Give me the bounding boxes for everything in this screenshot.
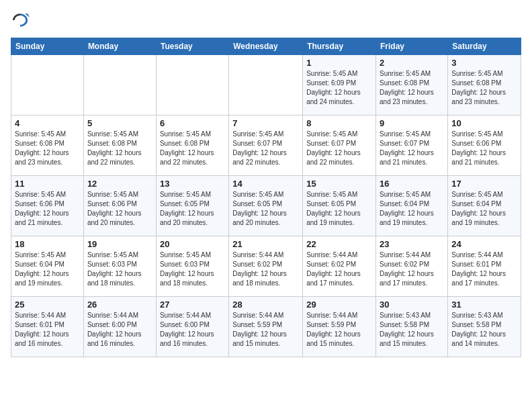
day-number: 11 [15, 179, 80, 189]
day-number: 17 [451, 179, 517, 189]
day-cell: 1Sunrise: 5:45 AM Sunset: 6:09 PM Daylig… [303, 55, 376, 116]
day-info: Sunrise: 5:45 AM Sunset: 6:08 PM Dayligh… [451, 69, 517, 107]
day-cell: 5Sunrise: 5:45 AM Sunset: 6:08 PM Daylig… [83, 116, 156, 176]
day-number: 13 [160, 179, 225, 189]
day-info: Sunrise: 5:44 AM Sunset: 5:59 PM Dayligh… [306, 311, 372, 349]
day-cell: 4Sunrise: 5:45 AM Sunset: 6:08 PM Daylig… [11, 116, 84, 176]
week-row-0: 1Sunrise: 5:45 AM Sunset: 6:09 PM Daylig… [11, 55, 521, 116]
day-info: Sunrise: 5:45 AM Sunset: 6:05 PM Dayligh… [232, 190, 299, 228]
day-info: Sunrise: 5:44 AM Sunset: 6:02 PM Dayligh… [380, 250, 444, 288]
day-info: Sunrise: 5:45 AM Sunset: 6:08 PM Dayligh… [87, 130, 152, 167]
day-number: 9 [380, 118, 444, 128]
day-cell: 21Sunrise: 5:44 AM Sunset: 6:02 PM Dayli… [229, 236, 303, 297]
day-number: 1 [306, 58, 372, 68]
day-info: Sunrise: 5:45 AM Sunset: 6:04 PM Dayligh… [15, 250, 80, 288]
day-info: Sunrise: 5:45 AM Sunset: 6:07 PM Dayligh… [380, 130, 444, 167]
week-row-2: 11Sunrise: 5:45 AM Sunset: 6:06 PM Dayli… [11, 176, 521, 236]
header-tuesday: Tuesday [156, 38, 228, 55]
header-wednesday: Wednesday [229, 38, 303, 55]
day-cell: 23Sunrise: 5:44 AM Sunset: 6:02 PM Dayli… [376, 236, 448, 297]
day-number: 21 [232, 239, 299, 249]
day-info: Sunrise: 5:45 AM Sunset: 6:08 PM Dayligh… [15, 130, 80, 167]
day-number: 6 [160, 118, 225, 128]
day-cell: 19Sunrise: 5:45 AM Sunset: 6:03 PM Dayli… [83, 236, 156, 297]
day-number: 30 [380, 300, 444, 310]
day-cell: 25Sunrise: 5:44 AM Sunset: 6:01 PM Dayli… [11, 297, 84, 357]
day-info: Sunrise: 5:44 AM Sunset: 6:02 PM Dayligh… [232, 250, 299, 288]
day-cell: 2Sunrise: 5:45 AM Sunset: 6:08 PM Daylig… [376, 55, 448, 116]
day-number: 16 [380, 179, 444, 189]
week-row-4: 25Sunrise: 5:44 AM Sunset: 6:01 PM Dayli… [11, 297, 521, 357]
day-cell: 13Sunrise: 5:45 AM Sunset: 6:05 PM Dayli… [156, 176, 228, 236]
day-number: 18 [15, 239, 80, 249]
day-cell [83, 55, 156, 116]
header-saturday: Saturday [448, 38, 521, 55]
day-info: Sunrise: 5:45 AM Sunset: 6:04 PM Dayligh… [380, 190, 444, 228]
day-number: 3 [451, 58, 517, 68]
day-number: 2 [380, 58, 444, 68]
day-cell: 26Sunrise: 5:44 AM Sunset: 6:00 PM Dayli… [83, 297, 156, 357]
day-info: Sunrise: 5:45 AM Sunset: 6:06 PM Dayligh… [15, 190, 80, 228]
day-cell: 9Sunrise: 5:45 AM Sunset: 6:07 PM Daylig… [376, 116, 448, 176]
day-cell [11, 55, 84, 116]
week-row-3: 18Sunrise: 5:45 AM Sunset: 6:04 PM Dayli… [11, 236, 521, 297]
day-info: Sunrise: 5:45 AM Sunset: 6:07 PM Dayligh… [306, 130, 372, 167]
day-cell: 11Sunrise: 5:45 AM Sunset: 6:06 PM Dayli… [11, 176, 84, 236]
day-info: Sunrise: 5:43 AM Sunset: 5:58 PM Dayligh… [380, 311, 444, 349]
day-cell [229, 55, 303, 116]
day-info: Sunrise: 5:45 AM Sunset: 6:05 PM Dayligh… [306, 190, 372, 228]
day-cell: 30Sunrise: 5:43 AM Sunset: 5:58 PM Dayli… [376, 297, 448, 357]
day-cell: 10Sunrise: 5:45 AM Sunset: 6:06 PM Dayli… [448, 116, 521, 176]
day-cell: 8Sunrise: 5:45 AM Sunset: 6:07 PM Daylig… [303, 116, 376, 176]
day-cell: 12Sunrise: 5:45 AM Sunset: 6:06 PM Dayli… [83, 176, 156, 236]
day-cell: 31Sunrise: 5:43 AM Sunset: 5:58 PM Dayli… [448, 297, 521, 357]
day-cell: 20Sunrise: 5:45 AM Sunset: 6:03 PM Dayli… [156, 236, 228, 297]
day-number: 29 [306, 300, 372, 310]
day-cell: 15Sunrise: 5:45 AM Sunset: 6:05 PM Dayli… [303, 176, 376, 236]
day-cell: 14Sunrise: 5:45 AM Sunset: 6:05 PM Dayli… [229, 176, 303, 236]
day-number: 12 [87, 179, 152, 189]
day-info: Sunrise: 5:45 AM Sunset: 6:03 PM Dayligh… [160, 250, 225, 288]
day-cell: 3Sunrise: 5:45 AM Sunset: 6:08 PM Daylig… [448, 55, 521, 116]
day-info: Sunrise: 5:45 AM Sunset: 6:08 PM Dayligh… [380, 69, 444, 107]
day-cell: 24Sunrise: 5:44 AM Sunset: 6:01 PM Dayli… [448, 236, 521, 297]
logo [11, 11, 32, 30]
day-info: Sunrise: 5:44 AM Sunset: 6:01 PM Dayligh… [451, 250, 517, 288]
page-header [11, 11, 521, 30]
day-cell: 16Sunrise: 5:45 AM Sunset: 6:04 PM Dayli… [376, 176, 448, 236]
week-row-1: 4Sunrise: 5:45 AM Sunset: 6:08 PM Daylig… [11, 116, 521, 176]
day-number: 7 [232, 118, 299, 128]
day-number: 15 [306, 179, 372, 189]
day-number: 24 [451, 239, 517, 249]
day-info: Sunrise: 5:45 AM Sunset: 6:07 PM Dayligh… [232, 130, 299, 167]
day-info: Sunrise: 5:45 AM Sunset: 6:04 PM Dayligh… [451, 190, 517, 228]
day-number: 26 [87, 300, 152, 310]
day-cell [156, 55, 228, 116]
day-info: Sunrise: 5:45 AM Sunset: 6:06 PM Dayligh… [451, 130, 517, 167]
day-number: 19 [87, 239, 152, 249]
header-row: SundayMondayTuesdayWednesdayThursdayFrid… [11, 38, 521, 55]
day-number: 31 [451, 300, 517, 310]
day-number: 4 [15, 118, 80, 128]
day-number: 10 [451, 118, 517, 128]
day-cell: 27Sunrise: 5:44 AM Sunset: 6:00 PM Dayli… [156, 297, 228, 357]
day-number: 25 [15, 300, 80, 310]
day-info: Sunrise: 5:45 AM Sunset: 6:06 PM Dayligh… [87, 190, 152, 228]
day-cell: 17Sunrise: 5:45 AM Sunset: 6:04 PM Dayli… [448, 176, 521, 236]
day-number: 5 [87, 118, 152, 128]
day-number: 23 [380, 239, 444, 249]
day-info: Sunrise: 5:45 AM Sunset: 6:09 PM Dayligh… [306, 69, 372, 107]
day-info: Sunrise: 5:43 AM Sunset: 5:58 PM Dayligh… [451, 311, 517, 349]
day-info: Sunrise: 5:44 AM Sunset: 6:02 PM Dayligh… [306, 250, 372, 288]
day-cell: 29Sunrise: 5:44 AM Sunset: 5:59 PM Dayli… [303, 297, 376, 357]
day-info: Sunrise: 5:45 AM Sunset: 6:05 PM Dayligh… [160, 190, 225, 228]
day-cell: 18Sunrise: 5:45 AM Sunset: 6:04 PM Dayli… [11, 236, 84, 297]
day-info: Sunrise: 5:45 AM Sunset: 6:08 PM Dayligh… [160, 130, 225, 167]
day-cell: 28Sunrise: 5:44 AM Sunset: 5:59 PM Dayli… [229, 297, 303, 357]
day-number: 27 [160, 300, 225, 310]
day-info: Sunrise: 5:44 AM Sunset: 6:00 PM Dayligh… [87, 311, 152, 349]
day-number: 14 [232, 179, 299, 189]
day-cell: 7Sunrise: 5:45 AM Sunset: 6:07 PM Daylig… [229, 116, 303, 176]
header-friday: Friday [376, 38, 448, 55]
logo-icon [11, 11, 30, 30]
